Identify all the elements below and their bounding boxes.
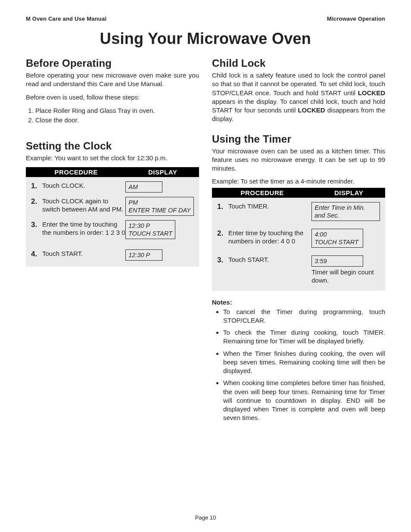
content-columns: Before Operating Before operating your n… <box>26 51 385 427</box>
list-item: When the Timer finishes during cooking, … <box>223 349 385 376</box>
table-row: 3. Touch START. 3:59 Timer will begin co… <box>212 248 385 285</box>
timer-notes-list: To cancel the Timer during programming, … <box>223 308 385 423</box>
child-lock-paragraph: Child lock is a safety feature used to l… <box>212 71 385 124</box>
table-row: 2. Enter time by touching the numbers in… <box>212 221 385 248</box>
page-header: M Oven Care and Use Manual Microwave Ope… <box>26 16 385 22</box>
table-header: PROCEDURE DISPLAY <box>212 188 385 198</box>
col-header-display: DISPLAY <box>126 168 199 176</box>
table-header: PROCEDURE DISPLAY <box>26 167 199 177</box>
list-item: To check the Timer during cooking, touch… <box>223 328 385 346</box>
col-header-procedure: PROCEDURE <box>26 168 126 176</box>
display-box: PM ENTER TIME OF DAY <box>125 197 193 216</box>
table-row: 2. Touch CLOCK again to switch between A… <box>26 193 199 216</box>
table-row: 1. Touch TIMER. Enter Time in Min. and S… <box>212 198 385 221</box>
display-note: Timer will begin count down. <box>311 268 380 285</box>
display-box: Enter Time in Min. and Sec. <box>311 202 380 221</box>
manual-page: M Oven Care and Use Manual Microwave Ope… <box>0 0 411 532</box>
before-operating-heading: Before Operating <box>26 57 199 69</box>
using-timer-heading: Using the Timer <box>212 133 385 145</box>
text-bold: LOCKED <box>298 106 325 114</box>
display-box: 4:00 TOUCH START <box>311 229 363 248</box>
list-item: Close the door. <box>35 115 199 125</box>
table-row: 4. Touch START. 12:30 P <box>26 239 199 261</box>
step-number: 3. <box>217 255 225 265</box>
list-item: To cancel the Timer during programming, … <box>223 308 385 325</box>
col-header-display: DISPLAY <box>312 189 385 196</box>
header-left: M Oven Care and Use Manual <box>26 16 106 22</box>
list-item: When cooking time completes before timer… <box>223 379 385 422</box>
child-lock-heading: Child Lock <box>212 57 385 69</box>
list-item: Place Roller Ring and Glass Tray in oven… <box>35 106 199 115</box>
timer-example: Example: To set the timer as a 4-minute … <box>212 177 385 186</box>
step-number: 1. <box>217 202 225 212</box>
text-bold: END <box>346 397 360 404</box>
clock-procedure-table: PROCEDURE DISPLAY 1. Touch CLOCK. AM 2. <box>26 167 199 267</box>
step-number: 3. <box>31 220 39 237</box>
step-text: Touch CLOCK again to switch between AM a… <box>42 197 125 214</box>
step-number: 1. <box>31 181 39 191</box>
step-number: 2. <box>31 197 39 214</box>
table-row: 3. Enter the time by touching the number… <box>26 216 199 239</box>
text-bold: LOCKED <box>358 89 385 96</box>
left-column: Before Operating Before operating your n… <box>26 51 199 427</box>
before-operating-p2: Before oven is used, follow these steps: <box>26 93 199 102</box>
step-text: Touch START. <box>228 255 269 265</box>
step-text: Touch CLOCK. <box>42 181 85 191</box>
right-column: Child Lock Child lock is a safety featur… <box>212 51 385 427</box>
timer-p1: Your microwave oven can be used as a kit… <box>212 147 385 173</box>
before-operating-steps: Place Roller Ring and Glass Tray in oven… <box>35 106 199 125</box>
col-header-procedure: PROCEDURE <box>212 189 312 196</box>
timer-procedure-table: PROCEDURE DISPLAY 1. Touch TIMER. Enter … <box>212 188 385 291</box>
header-right: Microwave Operation <box>327 16 385 22</box>
page-title: Using Your Microwave Oven <box>26 30 385 48</box>
step-text: Touch TIMER. <box>228 202 269 212</box>
page-number: Page 10 <box>0 514 411 521</box>
display-box: 12:30 P <box>125 249 162 261</box>
display-box: 12:30 P TOUCH START <box>125 220 175 239</box>
clock-example: Example: You want to set the clock for 1… <box>26 154 199 162</box>
step-text: Enter time by touching the numbers in or… <box>228 229 311 246</box>
step-text: Enter the time by touching the numbers i… <box>42 220 125 237</box>
step-number: 4. <box>31 249 39 259</box>
step-text: Touch START. <box>42 249 83 259</box>
display-box: 3:59 <box>311 255 363 267</box>
display-box: AM <box>125 181 162 193</box>
table-row: 1. Touch CLOCK. AM <box>26 177 199 193</box>
step-number: 2. <box>217 229 225 246</box>
setting-clock-heading: Setting the Clock <box>26 140 199 152</box>
before-operating-p1: Before operating your new microwave oven… <box>26 71 199 89</box>
notes-heading: Notes: <box>212 299 385 306</box>
